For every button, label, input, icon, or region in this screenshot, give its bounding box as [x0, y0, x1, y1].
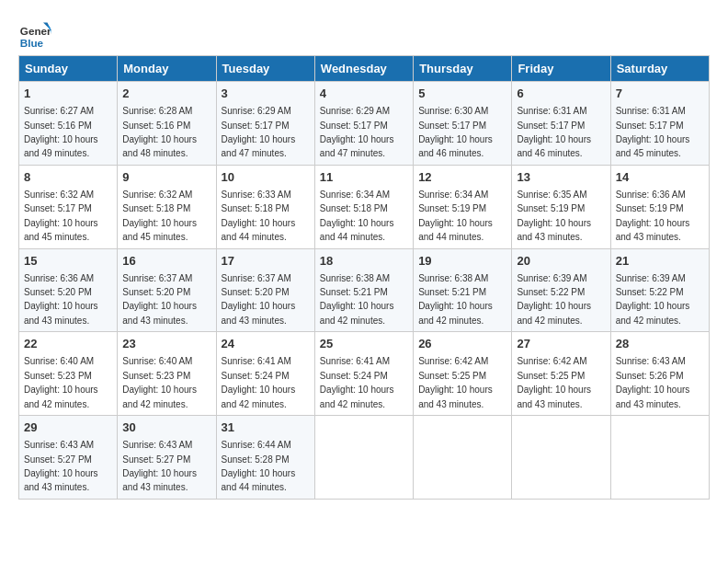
- day-number: 9: [122, 169, 210, 186]
- weekday-header: Tuesday: [216, 56, 314, 82]
- day-info: Sunrise: 6:44 AMSunset: 5:28 PMDaylight:…: [222, 440, 296, 492]
- day-info: Sunrise: 6:40 AMSunset: 5:23 PMDaylight:…: [24, 356, 98, 408]
- day-info: Sunrise: 6:40 AMSunset: 5:23 PMDaylight:…: [122, 356, 197, 408]
- day-info: Sunrise: 6:43 AMSunset: 5:27 PMDaylight:…: [24, 440, 98, 492]
- logo-icon: General Blue: [18, 18, 51, 52]
- day-number: 18: [320, 253, 408, 270]
- calendar-cell: 25 Sunrise: 6:41 AMSunset: 5:24 PMDaylig…: [314, 332, 413, 416]
- calendar-cell: 24 Sunrise: 6:41 AMSunset: 5:24 PMDaylig…: [216, 332, 314, 416]
- day-info: Sunrise: 6:33 AMSunset: 5:18 PMDaylight:…: [222, 190, 296, 242]
- day-number: 24: [222, 336, 310, 352]
- day-number: 31: [222, 419, 310, 436]
- day-info: Sunrise: 6:34 AMSunset: 5:18 PMDaylight:…: [320, 190, 394, 242]
- calendar-row: 8 Sunrise: 6:32 AMSunset: 5:17 PMDayligh…: [19, 165, 710, 248]
- weekday-header: Saturday: [610, 56, 709, 82]
- day-info: Sunrise: 6:35 AMSunset: 5:19 PMDaylight:…: [517, 190, 591, 242]
- calendar-cell: 30 Sunrise: 6:43 AMSunset: 5:27 PMDaylig…: [118, 416, 216, 500]
- day-info: Sunrise: 6:43 AMSunset: 5:27 PMDaylight:…: [122, 440, 197, 492]
- weekday-header: Friday: [512, 56, 610, 82]
- day-number: 29: [24, 419, 112, 436]
- day-info: Sunrise: 6:30 AMSunset: 5:17 PMDaylight:…: [418, 106, 493, 158]
- day-info: Sunrise: 6:39 AMSunset: 5:22 PMDaylight:…: [616, 273, 690, 326]
- day-info: Sunrise: 6:27 AMSunset: 5:16 PMDaylight:…: [24, 106, 98, 158]
- day-info: Sunrise: 6:28 AMSunset: 5:16 PMDaylight:…: [122, 106, 197, 158]
- day-info: Sunrise: 6:37 AMSunset: 5:20 PMDaylight:…: [222, 273, 296, 326]
- day-number: 23: [122, 336, 210, 352]
- calendar-row: 22 Sunrise: 6:40 AMSunset: 5:23 PMDaylig…: [19, 332, 710, 416]
- day-number: 10: [222, 169, 310, 186]
- calendar-cell: 6 Sunrise: 6:31 AMSunset: 5:17 PMDayligh…: [512, 82, 610, 166]
- day-number: 5: [418, 86, 506, 102]
- day-number: 12: [418, 169, 506, 186]
- header-row: SundayMondayTuesdayWednesdayThursdayFrid…: [19, 56, 710, 82]
- day-info: Sunrise: 6:36 AMSunset: 5:19 PMDaylight:…: [616, 190, 690, 242]
- calendar-cell: 9 Sunrise: 6:32 AMSunset: 5:18 PMDayligh…: [118, 165, 216, 248]
- day-info: Sunrise: 6:41 AMSunset: 5:24 PMDaylight:…: [222, 356, 296, 408]
- day-number: 17: [222, 253, 310, 270]
- day-info: Sunrise: 6:31 AMSunset: 5:17 PMDaylight:…: [517, 106, 591, 158]
- day-number: 4: [320, 86, 408, 102]
- calendar-cell: 12 Sunrise: 6:34 AMSunset: 5:19 PMDaylig…: [414, 165, 512, 248]
- calendar-cell: 18 Sunrise: 6:38 AMSunset: 5:21 PMDaylig…: [314, 248, 413, 332]
- day-number: 27: [517, 336, 605, 352]
- day-info: Sunrise: 6:38 AMSunset: 5:21 PMDaylight:…: [320, 273, 394, 326]
- day-number: 16: [122, 253, 210, 270]
- weekday-header: Monday: [118, 56, 216, 82]
- day-number: 15: [24, 253, 112, 270]
- weekday-header: Wednesday: [314, 56, 413, 82]
- day-info: Sunrise: 6:38 AMSunset: 5:21 PMDaylight:…: [418, 273, 493, 326]
- day-info: Sunrise: 6:39 AMSunset: 5:22 PMDaylight:…: [517, 273, 591, 326]
- calendar-cell: 29 Sunrise: 6:43 AMSunset: 5:27 PMDaylig…: [19, 416, 118, 500]
- day-number: 6: [517, 86, 605, 102]
- calendar-cell: 26 Sunrise: 6:42 AMSunset: 5:25 PMDaylig…: [414, 332, 512, 416]
- calendar-cell: 31 Sunrise: 6:44 AMSunset: 5:28 PMDaylig…: [216, 416, 314, 500]
- day-info: Sunrise: 6:41 AMSunset: 5:24 PMDaylight:…: [320, 356, 394, 408]
- calendar-cell: 2 Sunrise: 6:28 AMSunset: 5:16 PMDayligh…: [118, 82, 216, 166]
- calendar-cell: 27 Sunrise: 6:42 AMSunset: 5:25 PMDaylig…: [512, 332, 610, 416]
- day-number: 7: [616, 86, 704, 102]
- calendar-cell: 10 Sunrise: 6:33 AMSunset: 5:18 PMDaylig…: [216, 165, 314, 248]
- day-info: Sunrise: 6:43 AMSunset: 5:26 PMDaylight:…: [616, 356, 690, 408]
- calendar-table: SundayMondayTuesdayWednesdayThursdayFrid…: [18, 55, 710, 500]
- day-info: Sunrise: 6:34 AMSunset: 5:19 PMDaylight:…: [418, 190, 493, 242]
- day-info: Sunrise: 6:32 AMSunset: 5:17 PMDaylight:…: [24, 190, 98, 242]
- day-number: 22: [24, 336, 112, 352]
- day-info: Sunrise: 6:29 AMSunset: 5:17 PMDaylight:…: [320, 106, 394, 158]
- calendar-cell: 19 Sunrise: 6:38 AMSunset: 5:21 PMDaylig…: [414, 248, 512, 332]
- day-number: 2: [122, 86, 210, 102]
- day-number: 3: [222, 86, 310, 102]
- day-number: 11: [320, 169, 408, 186]
- day-info: Sunrise: 6:42 AMSunset: 5:25 PMDaylight:…: [517, 356, 591, 408]
- calendar-cell: 15 Sunrise: 6:36 AMSunset: 5:20 PMDaylig…: [19, 248, 118, 332]
- calendar-cell: [610, 416, 709, 500]
- day-number: 30: [122, 419, 210, 436]
- day-number: 20: [517, 253, 605, 270]
- calendar-cell: 23 Sunrise: 6:40 AMSunset: 5:23 PMDaylig…: [118, 332, 216, 416]
- calendar-cell: 8 Sunrise: 6:32 AMSunset: 5:17 PMDayligh…: [19, 165, 118, 248]
- day-info: Sunrise: 6:42 AMSunset: 5:25 PMDaylight:…: [418, 356, 493, 408]
- svg-text:General: General: [20, 25, 51, 37]
- calendar-row: 1 Sunrise: 6:27 AMSunset: 5:16 PMDayligh…: [19, 82, 710, 166]
- calendar-cell: [414, 416, 512, 500]
- day-info: Sunrise: 6:29 AMSunset: 5:17 PMDaylight:…: [222, 106, 296, 158]
- calendar-cell: 22 Sunrise: 6:40 AMSunset: 5:23 PMDaylig…: [19, 332, 118, 416]
- day-info: Sunrise: 6:36 AMSunset: 5:20 PMDaylight:…: [24, 273, 98, 326]
- calendar-row: 15 Sunrise: 6:36 AMSunset: 5:20 PMDaylig…: [19, 248, 710, 332]
- day-number: 28: [616, 336, 704, 352]
- calendar-cell: 14 Sunrise: 6:36 AMSunset: 5:19 PMDaylig…: [610, 165, 709, 248]
- calendar-cell: 7 Sunrise: 6:31 AMSunset: 5:17 PMDayligh…: [610, 82, 709, 166]
- svg-text:Blue: Blue: [20, 37, 44, 49]
- logo: General Blue: [18, 18, 51, 52]
- calendar-cell: 4 Sunrise: 6:29 AMSunset: 5:17 PMDayligh…: [314, 82, 413, 166]
- calendar-cell: 21 Sunrise: 6:39 AMSunset: 5:22 PMDaylig…: [610, 248, 709, 332]
- day-number: 8: [24, 169, 112, 186]
- calendar-row: 29 Sunrise: 6:43 AMSunset: 5:27 PMDaylig…: [19, 416, 710, 500]
- calendar-cell: 1 Sunrise: 6:27 AMSunset: 5:16 PMDayligh…: [19, 82, 118, 166]
- calendar-cell: [314, 416, 413, 500]
- day-number: 14: [616, 169, 704, 186]
- day-number: 26: [418, 336, 506, 352]
- day-number: 1: [24, 86, 112, 102]
- day-number: 19: [418, 253, 506, 270]
- weekday-header: Sunday: [19, 56, 118, 82]
- day-info: Sunrise: 6:31 AMSunset: 5:17 PMDaylight:…: [616, 106, 690, 158]
